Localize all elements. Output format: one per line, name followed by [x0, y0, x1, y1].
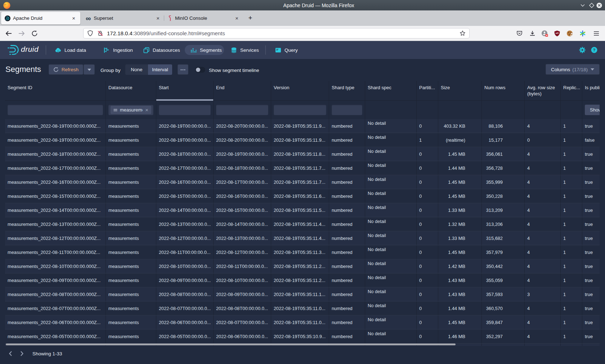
cell-partition: 0: [417, 231, 438, 245]
nav-item-segments[interactable]: Segments: [191, 41, 222, 59]
table-row[interactable]: measurements_2022-08-16T00:00:00.000Z...…: [5, 175, 600, 189]
cell-partition: 0: [417, 315, 438, 329]
group-by-interval-button[interactable]: Interval: [148, 64, 172, 75]
column-header-is-published[interactable]: Is published: [582, 81, 600, 100]
filter-input-end[interactable]: [216, 105, 268, 115]
filter-input-shard-type[interactable]: [332, 105, 362, 115]
cell-is-published: true: [582, 147, 600, 161]
tab-close-icon[interactable]: ×: [235, 15, 238, 21]
extension-icon[interactable]: [541, 30, 548, 37]
filter-input-datasource[interactable]: measurements×: [108, 105, 153, 115]
table-row[interactable]: measurements_2022-08-13T00:00:00.000Z...…: [5, 217, 600, 231]
cell-datasource: measurements: [106, 231, 156, 245]
column-header-shard-spec[interactable]: Shard spec: [365, 81, 417, 100]
filter-input-start[interactable]: [159, 105, 211, 115]
column-header-segment-id[interactable]: Segment ID: [5, 81, 106, 100]
lock-insecure-icon[interactable]: [97, 30, 103, 36]
ublock-icon[interactable]: uO: [554, 30, 560, 36]
filter-tag-datasource[interactable]: measurements×: [111, 106, 151, 114]
filter-cell-num-rows: [482, 101, 525, 119]
table-row[interactable]: measurements_2022-08-06T00:00:00.000Z...…: [5, 315, 600, 329]
table-row[interactable]: measurements_2022-08-15T00:00:00.000Z...…: [5, 189, 600, 203]
tag-remove-icon[interactable]: ×: [145, 107, 148, 113]
nav-item-services[interactable]: Services: [231, 41, 259, 59]
table-row[interactable]: measurements_2022-08-19T00:00:00.000Z...…: [5, 133, 600, 147]
settings-gear-icon[interactable]: [579, 47, 586, 53]
table-row[interactable]: measurements_2022-08-08T00:00:00.000Z...…: [5, 287, 600, 301]
cell-avg-row-size: 3: [525, 287, 561, 301]
cell-is-published: true: [582, 287, 600, 301]
cloud-upload-icon: [55, 47, 61, 53]
download-icon[interactable]: [529, 30, 535, 36]
nav-item-load-data[interactable]: Load data: [55, 41, 86, 59]
column-header-end[interactable]: End: [214, 81, 271, 100]
new-tab-button[interactable]: +: [246, 13, 255, 23]
refresh-caret-button[interactable]: [84, 64, 95, 75]
group-by-none-button[interactable]: None: [125, 64, 148, 75]
tab-close-icon[interactable]: ×: [156, 15, 160, 21]
pocket-icon[interactable]: [516, 30, 523, 36]
reload-icon[interactable]: [31, 30, 38, 37]
columns-button[interactable]: Columns (17/18): [546, 64, 600, 75]
table-row[interactable]: measurements_2022-08-10T00:00:00.000Z...…: [5, 259, 600, 273]
forward-icon[interactable]: [18, 30, 25, 37]
cell-segment-id: measurements_2022-08-08T00:00:00.000Z...: [5, 287, 106, 301]
column-header-size[interactable]: Size: [438, 81, 482, 100]
tab-minio-console[interactable]: MinIO Console ×: [164, 10, 243, 26]
next-page-icon[interactable]: [17, 349, 26, 358]
shield-icon[interactable]: [88, 30, 93, 36]
table-row[interactable]: measurements_2022-08-11T00:00:00.000Z...…: [5, 245, 600, 259]
cell-avg-row-size: 4: [525, 161, 561, 175]
cell-version: 2022-08-19T05:35:11.6...: [271, 189, 329, 203]
tab-apache-druid[interactable]: Apache Druid ×: [1, 10, 80, 26]
refresh-button[interactable]: Refresh: [49, 64, 83, 75]
cell-shard-spec: No detail: [365, 329, 417, 343]
table-row[interactable]: measurements_2022-08-09T00:00:00.000Z...…: [5, 273, 600, 287]
tab-close-icon[interactable]: ×: [72, 15, 75, 21]
column-header-partition[interactable]: Partiti...: [417, 81, 438, 100]
cell-end: 2022-08-14T00:00:00.0...: [214, 217, 271, 231]
table-row[interactable]: measurements_2022-08-14T00:00:00.000Z...…: [5, 203, 600, 217]
filter-tag-is-published[interactable]: Show: [585, 105, 600, 115]
column-header-datasource[interactable]: Datasource: [106, 81, 156, 100]
back-icon[interactable]: [5, 30, 12, 37]
tab-superset[interactable]: ∞ Superset ×: [80, 10, 164, 26]
cell-shard-spec: No detail: [365, 315, 417, 329]
column-header-version[interactable]: Version: [271, 81, 329, 100]
column-header-shard-type[interactable]: Shard type: [329, 81, 365, 100]
menu-hamburger-icon[interactable]: [593, 31, 599, 36]
filter-input-segment-id[interactable]: [8, 105, 103, 115]
horizontal-scrollbar[interactable]: [6, 343, 456, 345]
table-row[interactable]: measurements_2022-08-17T00:00:00.000Z...…: [5, 161, 600, 175]
column-header-num-rows[interactable]: Num rows: [482, 81, 525, 100]
window-maximize-icon[interactable]: [589, 3, 595, 8]
timeline-toggle[interactable]: [195, 67, 205, 73]
table-row[interactable]: measurements_2022-08-19T00:00:00.000Z...…: [5, 119, 600, 133]
table-row[interactable]: measurements_2022-08-12T00:00:00.000Z...…: [5, 231, 600, 245]
window-minimize-icon[interactable]: [580, 3, 586, 8]
cookie-icon[interactable]: [566, 30, 573, 37]
extension-asterisk-icon[interactable]: [579, 30, 586, 37]
column-header-start[interactable]: Start: [156, 81, 214, 100]
cell-replication: 1: [561, 175, 582, 189]
table-row[interactable]: measurements_2022-08-05T00:00:00.000Z...…: [5, 329, 600, 343]
svg-text:uO: uO: [556, 32, 559, 34]
cell-is-published: true: [582, 175, 600, 189]
bookmark-star-icon[interactable]: [460, 30, 466, 36]
url-bar[interactable]: 172.18.0.4:30899/unified-console.html#se…: [83, 28, 470, 38]
cell-datasource: measurements: [106, 203, 156, 217]
table-row[interactable]: measurements_2022-08-07T00:00:00.000Z...…: [5, 301, 600, 315]
more-options-button[interactable]: [178, 64, 188, 75]
nav-item-query[interactable]: Query: [275, 41, 298, 59]
filter-input-version[interactable]: [274, 105, 326, 115]
nav-item-ingestion[interactable]: Ingestion: [104, 41, 133, 59]
previous-page-icon[interactable]: [6, 349, 15, 358]
column-header-avg-row-size[interactable]: Avg. row size (bytes): [525, 81, 561, 100]
window-close-icon[interactable]: [596, 3, 602, 8]
nav-item-datasources[interactable]: Datasources: [143, 41, 180, 59]
cell-end: 2022-08-20T00:00:00.0...: [214, 133, 271, 147]
help-icon[interactable]: ?: [591, 47, 597, 53]
table-row[interactable]: measurements_2022-08-18T00:00:00.000Z...…: [5, 147, 600, 161]
cell-num-rows: 357,593: [482, 287, 525, 301]
column-header-replication[interactable]: Replic...: [561, 81, 582, 100]
